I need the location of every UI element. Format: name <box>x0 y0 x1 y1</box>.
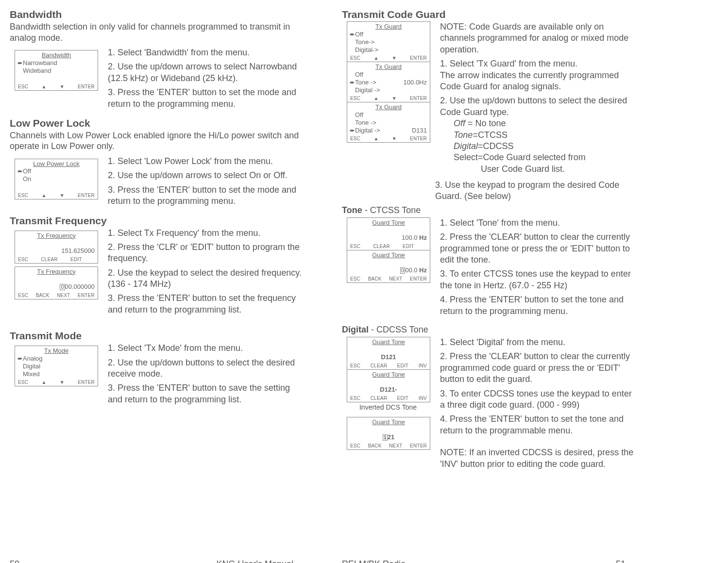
softkey-next[interactable]: NEXT <box>389 276 402 282</box>
lcd-title: Guard Tone <box>347 417 430 426</box>
lcd-tone-1: Guard Tone 100.0 Hz ESC CLEAR EDIT <box>347 217 430 250</box>
softkey-esc[interactable]: ESC <box>18 257 28 262</box>
softkey-clear[interactable]: CLEAR <box>373 244 389 249</box>
softkey-edit[interactable]: EDIT <box>397 363 409 368</box>
lcd-option: Off <box>355 31 363 38</box>
softkey-back[interactable]: BACK <box>36 293 50 298</box>
softkey-enter[interactable]: ENTER <box>78 84 95 89</box>
intro-lowpower: Channels with Low Power Lock enabled ign… <box>10 130 303 152</box>
softkey-esc[interactable]: ESC <box>350 443 360 448</box>
softkey-clear[interactable]: CLEAR <box>41 257 57 262</box>
sub-label-inverted: Inverted DCS Tone <box>347 403 429 411</box>
step: 1. Select 'Digital' from the menu. <box>440 337 635 348</box>
softkey-inv[interactable]: INV <box>419 363 427 368</box>
softkey-down[interactable]: ▼ <box>392 136 397 141</box>
lcd-bandwidth: Bandwidth ➨Narrowband Wideband ESC ▲ ▼ E… <box>15 50 98 91</box>
heading-txfreq: Transmit Frequency <box>10 215 303 227</box>
lcd-tone-2: Guard Tone 000.0 Hz ESC BACK NEXT ENTER <box>347 250 430 283</box>
softkey-esc[interactable]: ESC <box>18 193 28 198</box>
softkey-enter[interactable]: ENTER <box>410 136 427 141</box>
softkey-clear[interactable]: CLEAR <box>371 396 387 401</box>
heading-bandwidth: Bandwidth <box>10 9 303 20</box>
page-right: Transmit Code Guard Tx Guard ➨Off Tone->… <box>332 0 645 563</box>
softkey-esc[interactable]: ESC <box>18 380 28 385</box>
step: 4. Press the 'ENTER' button to set the t… <box>440 414 635 436</box>
softkey-up[interactable]: ▲ <box>373 96 378 101</box>
softkey-down[interactable]: ▼ <box>392 55 397 61</box>
softkey-esc[interactable]: ESC <box>18 293 28 298</box>
softkey-back[interactable]: BACK <box>368 276 382 282</box>
lcd-digital-3: Guard Tone 121 ESC BACK NEXT ENTER <box>347 417 430 450</box>
softkey-esc[interactable]: ESC <box>350 55 360 61</box>
softkey-down[interactable]: ▼ <box>60 193 65 198</box>
lcd-option: Digital-> <box>355 46 378 53</box>
softkey-next[interactable]: NEXT <box>57 293 70 298</box>
softkey-next[interactable]: NEXT <box>389 443 402 448</box>
steps-tone: 1. Select 'Tone' from the menu. 2. Press… <box>435 217 635 320</box>
softkey-enter[interactable]: ENTER <box>410 55 427 61</box>
step: 3. Use the keypad to program the desired… <box>342 180 635 202</box>
softkey-up[interactable]: ▲ <box>41 193 46 198</box>
lcd-value: D121 <box>381 353 396 361</box>
softkey-enter[interactable]: ENTER <box>410 96 427 101</box>
lcd-title: Tx Frequency <box>15 231 98 239</box>
lcd-option: Narrowband <box>23 59 57 66</box>
lcd-title: Guard Tone <box>347 370 430 378</box>
arrow-icon: ➨ <box>349 79 355 86</box>
softkey-down[interactable]: ▼ <box>392 96 397 101</box>
lcd-title: Tx Frequency <box>15 267 98 275</box>
step: 2. Use the keypad to select the desired … <box>108 267 303 290</box>
softkey-esc[interactable]: ESC <box>350 363 360 368</box>
softkey-back[interactable]: BACK <box>368 443 382 448</box>
lcd-value: 121 <box>349 433 428 441</box>
lcd-txguard-b: Tx Guard Off ➨Tone ->100.0Hz Digital -> … <box>347 62 430 102</box>
softkey-up[interactable]: ▲ <box>373 55 378 61</box>
lcd-option: Off <box>355 111 363 118</box>
arrow-icon: ➨ <box>17 59 23 66</box>
lcd-option: Digital <box>23 363 40 370</box>
softkey-down[interactable]: ▼ <box>60 380 65 385</box>
lcd-value: D121- <box>380 386 397 393</box>
softkey-edit[interactable]: EDIT <box>70 257 82 262</box>
softkey-esc[interactable]: ESC <box>350 396 360 401</box>
lcd-title: Tx Guard <box>347 22 430 30</box>
page-number: 51 <box>616 559 626 563</box>
softkey-esc[interactable]: ESC <box>350 96 360 101</box>
softkey-esc[interactable]: ESC <box>350 276 360 282</box>
softkey-enter[interactable]: ENTER <box>410 443 427 448</box>
step: 2. Use the up/down arrows to select Narr… <box>108 61 303 84</box>
step: 4. Press the 'ENTER' button to set the t… <box>440 294 635 317</box>
heading-txmode: Transmit Mode <box>10 330 303 342</box>
softkey-up[interactable]: ▲ <box>373 136 378 141</box>
softkey-edit[interactable]: EDIT <box>403 244 414 249</box>
lcd-title: Tx Guard <box>347 62 430 70</box>
step: 3. To enter CTCSS tones use the keypad t… <box>440 268 635 291</box>
softkey-enter[interactable]: ENTER <box>78 193 95 198</box>
softkey-esc[interactable]: ESC <box>350 136 360 141</box>
steps-txmode: 1. Select 'Tx Mode' from the menu. 2. Us… <box>103 343 303 408</box>
lcd-title: Guard Tone <box>347 250 430 259</box>
softkey-enter[interactable]: ENTER <box>78 293 95 298</box>
step: 1. Select 'Low Power Lock' from the menu… <box>108 156 303 167</box>
softkey-inv[interactable]: INV <box>419 396 427 401</box>
type-off: Off <box>454 118 465 128</box>
step: 1. Select Tx Frequency' from the menu. <box>108 228 303 239</box>
softkey-edit[interactable]: EDIT <box>397 396 409 401</box>
softkey-esc[interactable]: ESC <box>350 244 360 249</box>
sub-heading-tone: Tone - CTCSS Tone <box>342 205 635 215</box>
arrow-icon: ➨ <box>349 127 355 134</box>
lcd-option: Off <box>23 167 31 175</box>
softkey-up[interactable]: ▲ <box>41 380 46 385</box>
step: 3. Press the 'ENTER' button to set the f… <box>108 293 303 315</box>
step: 3. Press the 'ENTER' button to set the m… <box>108 87 303 110</box>
lcd-title: Tx Mode <box>15 346 98 354</box>
step: 2. Press the 'CLR' or 'EDIT' button to p… <box>108 242 303 265</box>
softkey-down[interactable]: ▼ <box>60 84 65 89</box>
lcd-option: Tone -> <box>355 119 376 126</box>
softkey-up[interactable]: ▲ <box>41 84 46 89</box>
arrow-icon: ➨ <box>349 31 355 38</box>
softkey-enter[interactable]: ENTER <box>78 380 95 385</box>
softkey-esc[interactable]: ESC <box>18 84 28 89</box>
softkey-enter[interactable]: ENTER <box>410 276 427 282</box>
softkey-clear[interactable]: CLEAR <box>371 363 387 368</box>
